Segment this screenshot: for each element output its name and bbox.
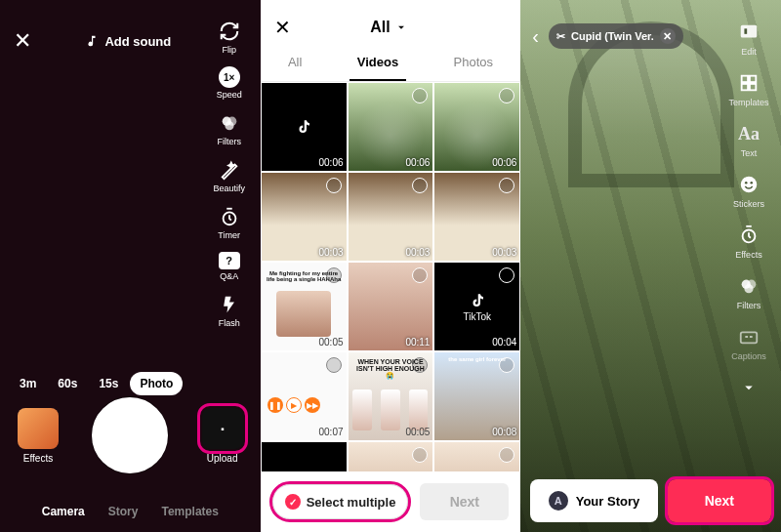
speed-button[interactable]: 1× Speed — [217, 66, 242, 100]
svg-rect-8 — [742, 84, 748, 90]
album-dropdown[interactable]: All — [370, 19, 407, 36]
captions-icon — [736, 324, 761, 349]
chevron-down-icon — [736, 375, 761, 400]
filters-icon — [736, 273, 761, 299]
qa-button[interactable]: ? Q&A — [219, 252, 240, 281]
avatar: A — [549, 491, 568, 511]
effects-icon — [736, 223, 761, 248]
media-item[interactable]: TikTok00:04 — [433, 262, 520, 351]
flash-button[interactable]: Flash — [218, 293, 241, 328]
timer-button[interactable]: Timer — [218, 205, 241, 240]
svg-point-10 — [741, 177, 758, 193]
effects-button[interactable]: Effects — [18, 408, 59, 464]
media-item[interactable]: ❚❚▶▶▶00:07 — [261, 351, 348, 441]
camera-tool-rail: Flip 1× Speed Filters Beautify Timer ? Q… — [208, 20, 251, 328]
tab-photos[interactable]: Photos — [446, 45, 501, 81]
media-item[interactable]: 00:11 — [348, 262, 434, 351]
svg-point-11 — [745, 182, 748, 184]
flip-button[interactable]: Flip — [218, 20, 241, 55]
select-multiple-button[interactable]: ✓ Select multiple — [272, 484, 409, 519]
timer-icon — [218, 205, 241, 228]
upload-button[interactable]: ■ Upload — [202, 408, 243, 464]
beautify-icon — [218, 158, 241, 182]
svg-point-16 — [744, 284, 753, 293]
filters-button[interactable]: Filters — [736, 273, 761, 310]
svg-rect-4 — [741, 25, 758, 38]
select-circle-icon[interactable] — [412, 88, 428, 103]
add-sound-button[interactable]: Add sound — [85, 34, 171, 49]
text-button[interactable]: AaText — [736, 121, 761, 158]
svg-rect-5 — [744, 28, 747, 33]
svg-rect-17 — [741, 332, 758, 343]
filters-button[interactable]: Filters — [217, 111, 241, 146]
chevron-down-icon — [394, 20, 408, 34]
tab-all[interactable]: All — [280, 45, 309, 81]
upload-thumb-icon: ■ — [202, 408, 243, 449]
effects-button[interactable]: Effects — [735, 223, 761, 260]
media-item[interactable]: 00:03 — [348, 172, 434, 262]
svg-rect-7 — [750, 76, 756, 82]
media-item[interactable]: WHEN YOUR VOICE ISN'T HIGH ENOUGH 😭00:05 — [348, 351, 434, 441]
text-icon: Aa — [736, 121, 761, 146]
media-item[interactable]: TikTok — [261, 441, 348, 471]
media-item[interactable]: 00:03 — [261, 172, 348, 262]
duration-60s[interactable]: 60s — [48, 372, 87, 395]
captions-button[interactable]: Captions — [731, 324, 766, 361]
media-grid: 00:06 00:06 00:06 00:03 00:03 00:03 Me f… — [261, 82, 521, 471]
mode-camera[interactable]: Camera — [42, 505, 85, 518]
svg-rect-6 — [742, 76, 748, 82]
media-item[interactable]: the same girl forever00:08 — [433, 351, 520, 441]
qa-icon: ? — [219, 252, 240, 269]
next-button[interactable]: Next — [668, 479, 771, 522]
shutter-button[interactable] — [92, 397, 168, 473]
back-icon[interactable]: ‹ — [532, 25, 539, 48]
templates-button[interactable]: Templates — [728, 70, 768, 107]
music-note-icon — [85, 34, 99, 48]
duration-selector: 3m 60s 15s Photo — [10, 372, 183, 395]
media-item[interactable]: 00:06 — [348, 82, 434, 172]
media-item[interactable] — [348, 441, 434, 471]
beautify-button[interactable]: Beautify — [213, 158, 245, 193]
filters-icon — [218, 111, 241, 135]
speed-icon: 1× — [219, 66, 240, 88]
mode-tabs: Camera Story Templates — [0, 505, 261, 518]
media-item[interactable]: 00:06 — [433, 82, 520, 172]
editor-tool-rail: Edit Templates AaText Stickers Effects F… — [722, 20, 775, 400]
edit-icon — [736, 20, 761, 45]
media-item[interactable]: Me fighting for my entire life being a s… — [261, 262, 348, 351]
editor-screen: ‹ ✂ Cupid (Twin Ver. ✕ Edit Templates Aa… — [520, 0, 781, 532]
media-item[interactable] — [433, 441, 520, 471]
stickers-button[interactable]: Stickers — [733, 172, 764, 209]
close-icon[interactable]: ✕ — [274, 16, 291, 39]
duration-photo[interactable]: Photo — [130, 372, 183, 395]
edit-button[interactable]: Edit — [736, 20, 761, 57]
remove-sound-icon[interactable]: ✕ — [660, 28, 676, 44]
templates-icon — [736, 70, 761, 96]
tab-videos[interactable]: Videos — [349, 45, 406, 81]
scissors-icon: ✂ — [556, 30, 565, 43]
svg-point-2 — [225, 121, 233, 130]
svg-rect-9 — [750, 84, 756, 90]
expand-tools-button[interactable] — [736, 375, 761, 400]
mode-templates[interactable]: Templates — [161, 505, 218, 518]
media-item[interactable]: 00:03 — [433, 172, 520, 262]
flash-icon — [218, 293, 241, 316]
svg-point-12 — [750, 182, 753, 184]
stickers-icon — [736, 172, 761, 197]
mode-story[interactable]: Story — [108, 505, 139, 518]
gallery-screen: ✕ All All Videos Photos 00:06 00:06 00:0… — [261, 0, 521, 532]
close-icon[interactable]: ✕ — [14, 28, 31, 54]
media-type-tabs: All Videos Photos — [261, 45, 521, 82]
flip-icon — [218, 20, 241, 43]
check-icon: ✓ — [285, 494, 301, 510]
camera-screen: ✕ Add sound Flip 1× Speed Filters — [0, 0, 261, 532]
sound-pill[interactable]: ✂ Cupid (Twin Ver. ✕ — [549, 23, 683, 49]
duration-15s[interactable]: 15s — [89, 372, 128, 395]
effects-thumb-icon — [18, 408, 59, 449]
duration-3m[interactable]: 3m — [10, 372, 46, 395]
add-sound-label: Add sound — [104, 34, 171, 49]
your-story-button[interactable]: A Your Story — [530, 479, 657, 522]
media-item[interactable]: 00:06 — [261, 82, 348, 172]
next-button[interactable]: Next — [420, 483, 509, 520]
